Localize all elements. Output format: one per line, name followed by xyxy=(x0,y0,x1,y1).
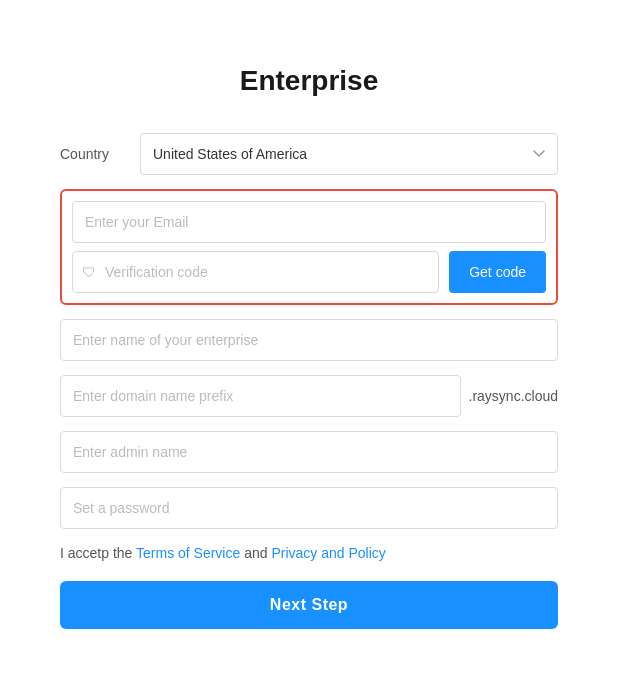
email-verification-box: 🛡 Get code xyxy=(60,189,558,305)
verification-row: 🛡 Get code xyxy=(72,251,546,293)
country-label: Country xyxy=(60,146,140,162)
next-step-button[interactable]: Next Step xyxy=(60,581,558,629)
domain-row: .raysync.cloud xyxy=(60,375,558,417)
terms-of-service-link[interactable]: Terms of Service xyxy=(136,545,240,561)
shield-icon: 🛡 xyxy=(82,264,96,280)
enterprise-name-input[interactable] xyxy=(60,319,558,361)
enterprise-name-group xyxy=(60,319,558,361)
verification-input-wrapper: 🛡 xyxy=(72,251,439,293)
admin-name-input[interactable] xyxy=(60,431,558,473)
terms-row: I accetp the Terms of Service and Privac… xyxy=(60,545,558,561)
email-input[interactable] xyxy=(72,201,546,243)
domain-input[interactable] xyxy=(60,375,461,417)
get-code-button[interactable]: Get code xyxy=(449,251,546,293)
password-input[interactable] xyxy=(60,487,558,529)
country-select[interactable]: United States of America China United Ki… xyxy=(140,133,558,175)
country-row: Country United States of America China U… xyxy=(60,133,558,175)
page-title: Enterprise xyxy=(60,65,558,97)
admin-name-group xyxy=(60,431,558,473)
privacy-policy-link[interactable]: Privacy and Policy xyxy=(271,545,385,561)
verification-code-input[interactable] xyxy=(72,251,439,293)
domain-suffix: .raysync.cloud xyxy=(469,388,558,404)
terms-prefix: I accetp the xyxy=(60,545,136,561)
terms-and: and xyxy=(244,545,271,561)
password-group xyxy=(60,487,558,529)
main-container: Enterprise Country United States of Amer… xyxy=(0,25,618,669)
